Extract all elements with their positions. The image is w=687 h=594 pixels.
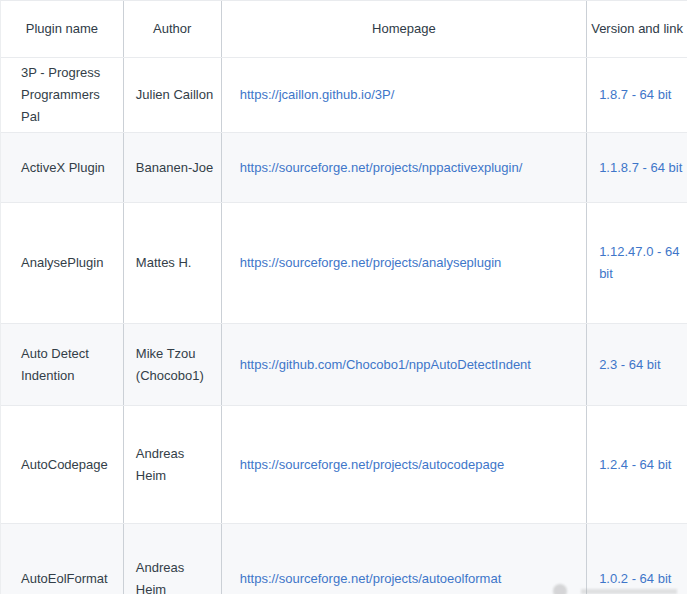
- author: Julien Caillon: [136, 84, 213, 106]
- author: Bananen-Joe: [136, 157, 213, 179]
- version-link[interactable]: 1.12.47.0 - 64 bit: [599, 241, 685, 285]
- table-row: ActiveX Plugin Bananen-Joe https://sourc…: [1, 133, 687, 203]
- version-cell: 1.2.4 - 64 bit: [586, 406, 687, 523]
- plugin-name: 3P - Progress Programmers Pal: [21, 62, 117, 128]
- version-cell: 1.12.47.0 - 64 bit: [586, 203, 687, 323]
- homepage-cell: https://sourceforge.net/projects/nppacti…: [221, 133, 586, 202]
- author-cell: Andreas Heim: [123, 524, 221, 594]
- plugin-name-cell: 3P - Progress Programmers Pal: [1, 58, 123, 132]
- homepage-cell: https://github.com/Chocobo1/nppAutoDetec…: [221, 324, 586, 405]
- homepage-cell: https://sourceforge.net/projects/autocod…: [221, 406, 586, 523]
- column-header-plugin-name: Plugin name: [1, 1, 123, 57]
- version-link[interactable]: 1.1.8.7 - 64 bit: [599, 157, 682, 179]
- plugins-page: Plugin name Author Homepage Version and …: [0, 0, 687, 594]
- plugin-name: Auto Detect Indention: [21, 343, 117, 387]
- table-row: Auto Detect Indention Mike Tzou (Chocobo…: [1, 324, 687, 406]
- version-link[interactable]: 1.0.2 - 64 bit: [599, 568, 671, 590]
- author: Andreas Heim: [136, 557, 217, 594]
- version-cell: 2.3 - 64 bit: [586, 324, 687, 405]
- homepage-cell: https://jcaillon.github.io/3P/: [221, 58, 586, 132]
- homepage-cell: https://sourceforge.net/projects/analyse…: [221, 203, 586, 323]
- table-header-row: Plugin name Author Homepage Version and …: [1, 1, 687, 58]
- plugin-name-cell: ActiveX Plugin: [1, 133, 123, 202]
- author-cell: Mike Tzou (Chocobo1): [123, 324, 221, 405]
- column-header-version-and-link: Version and link: [586, 1, 687, 57]
- version-cell: 1.0.2 - 64 bit: [586, 524, 687, 594]
- author: Mattes H.: [136, 252, 192, 274]
- plugin-name-cell: AnalysePlugin: [1, 203, 123, 323]
- author-cell: Julien Caillon: [123, 58, 221, 132]
- homepage-link[interactable]: https://sourceforge.net/projects/analyse…: [240, 252, 502, 274]
- version-link[interactable]: 1.2.4 - 64 bit: [599, 454, 671, 476]
- version-cell: 1.1.8.7 - 64 bit: [586, 133, 687, 202]
- author-cell: Mattes H.: [123, 203, 221, 323]
- table-row: AutoEolFormat Andreas Heim https://sourc…: [1, 524, 687, 594]
- plugin-name: AnalysePlugin: [21, 252, 103, 274]
- column-header-homepage: Homepage: [221, 1, 586, 57]
- author-cell: Bananen-Joe: [123, 133, 221, 202]
- version-link[interactable]: 1.8.7 - 64 bit: [599, 84, 671, 106]
- plugin-name-cell: Auto Detect Indention: [1, 324, 123, 405]
- homepage-link[interactable]: https://sourceforge.net/projects/autocod…: [240, 454, 505, 476]
- plugin-name-cell: AutoCodepage: [1, 406, 123, 523]
- table-row: AutoCodepage Andreas Heim https://source…: [1, 406, 687, 524]
- column-header-author: Author: [123, 1, 221, 57]
- plugin-name: AutoCodepage: [21, 454, 108, 476]
- plugin-name: ActiveX Plugin: [21, 157, 105, 179]
- plugins-table: Plugin name Author Homepage Version and …: [0, 0, 687, 594]
- table-row: AnalysePlugin Mattes H. https://sourcefo…: [1, 203, 687, 324]
- plugin-name: AutoEolFormat: [21, 568, 108, 590]
- homepage-link[interactable]: https://sourceforge.net/projects/autoeol…: [240, 568, 502, 590]
- author: Andreas Heim: [136, 443, 217, 487]
- author: Mike Tzou (Chocobo1): [136, 343, 217, 387]
- version-cell: 1.8.7 - 64 bit: [586, 58, 687, 132]
- homepage-cell: https://sourceforge.net/projects/autoeol…: [221, 524, 586, 594]
- homepage-link[interactable]: https://jcaillon.github.io/3P/: [240, 84, 395, 106]
- plugin-name-cell: AutoEolFormat: [1, 524, 123, 594]
- homepage-link[interactable]: https://sourceforge.net/projects/nppacti…: [240, 157, 523, 179]
- author-cell: Andreas Heim: [123, 406, 221, 523]
- table-row: 3P - Progress Programmers Pal Julien Cai…: [1, 58, 687, 133]
- version-link[interactable]: 2.3 - 64 bit: [599, 354, 660, 376]
- homepage-link[interactable]: https://github.com/Chocobo1/nppAutoDetec…: [240, 354, 531, 376]
